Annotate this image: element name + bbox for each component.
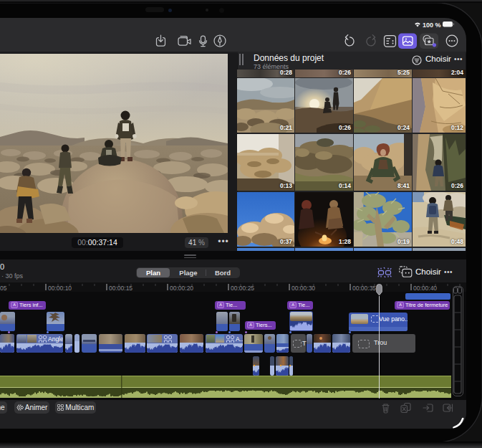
svg-text:00:00:15: 00:00:15 — [109, 285, 132, 292]
svg-text:00:00:35: 00:00:35 — [352, 285, 376, 292]
svg-text:05: 05 — [0, 285, 7, 292]
svg-text:00:00:30: 00:00:30 — [291, 285, 315, 292]
svg-text:00:00:20: 00:00:20 — [170, 285, 193, 292]
svg-text:00:00:10: 00:00:10 — [48, 285, 72, 292]
svg-text:100 %: 100 % — [423, 22, 441, 29]
svg-text:00:00:25: 00:00:25 — [231, 285, 254, 292]
svg-text:00:00:40: 00:00:40 — [413, 285, 437, 292]
